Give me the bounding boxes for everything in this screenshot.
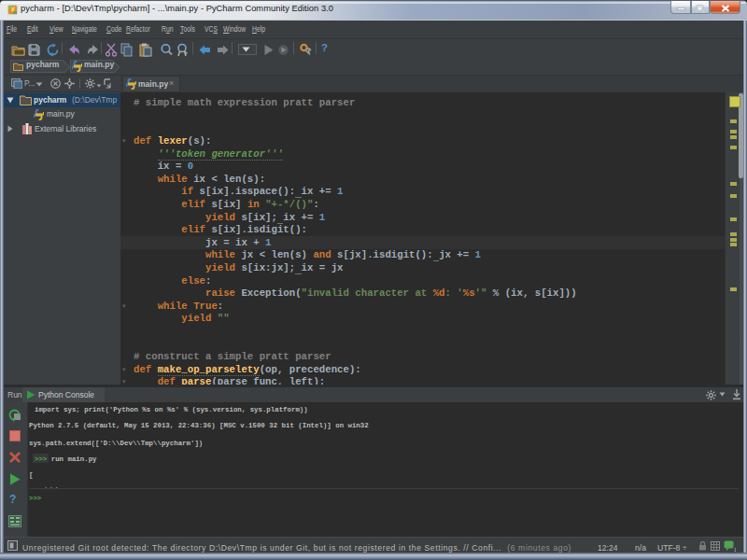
svg-text:1: 1 [734,547,736,553]
